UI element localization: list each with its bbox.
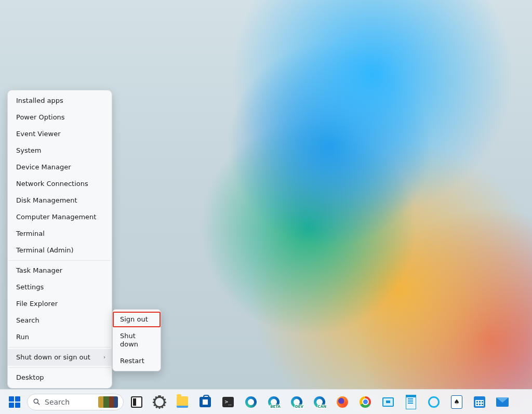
menu-item-terminal[interactable]: Terminal: [8, 225, 112, 242]
menu-item-label: Desktop: [16, 373, 44, 381]
menu-item-label: Event Viewer: [16, 130, 61, 138]
solitaire-icon[interactable]: ♠: [447, 392, 467, 412]
search-placeholder: Search: [45, 398, 70, 406]
menu-item-label: Disk Management: [16, 196, 77, 204]
menu-item-shutdown-signout[interactable]: Shut down or sign out ›: [8, 349, 112, 366]
menu-item-label: Restart: [120, 357, 144, 365]
menu-item-label: Sign out: [120, 315, 148, 323]
menu-separator: [9, 260, 111, 261]
menu-item-label: Settings: [16, 283, 44, 291]
chevron-right-icon: ›: [103, 353, 105, 362]
menu-item-label: Terminal: [16, 230, 45, 237]
submenu-item-restart[interactable]: Restart: [113, 353, 161, 369]
chrome-icon[interactable]: [355, 392, 375, 412]
menu-item-run[interactable]: Run: [8, 329, 112, 345]
calendar-icon[interactable]: [470, 392, 489, 412]
menu-item-label: System: [16, 146, 41, 154]
menu-separator: [9, 347, 111, 348]
file-explorer-icon[interactable]: [172, 392, 192, 412]
menu-item-disk-management[interactable]: Disk Management: [8, 192, 112, 209]
menu-item-label: Device Manager: [16, 163, 71, 171]
menu-item-label: File Explorer: [16, 300, 58, 308]
submenu-item-sign-out[interactable]: Sign out: [113, 312, 161, 327]
menu-item-desktop[interactable]: Desktop: [8, 369, 112, 386]
taskbar-search[interactable]: Search: [27, 394, 124, 410]
task-view-icon[interactable]: [127, 392, 147, 412]
menu-item-label: Terminal (Admin): [16, 246, 74, 254]
menu-item-system[interactable]: System: [8, 142, 112, 159]
menu-item-device-manager[interactable]: Device Manager: [8, 159, 112, 176]
menu-item-label: Shut down or sign out: [16, 353, 90, 361]
search-icon: [33, 398, 41, 406]
firefox-icon[interactable]: [332, 392, 352, 412]
badge-label: BETA: [270, 405, 281, 409]
desktop[interactable]: Installed apps Power Options Event Viewe…: [0, 0, 532, 414]
microsoft-store-icon[interactable]: [195, 392, 215, 412]
svg-line-1: [37, 403, 39, 405]
menu-item-label: Run: [16, 333, 29, 341]
shutdown-submenu: Sign out Shut down Restart: [112, 309, 161, 371]
menu-item-label: Task Manager: [16, 266, 62, 274]
badge-label: DEV: [295, 405, 304, 409]
menu-item-label: Search: [16, 316, 39, 324]
menu-separator: [9, 367, 111, 368]
menu-item-computer-management[interactable]: Computer Management: [8, 209, 112, 225]
edge-canary-icon[interactable]: CAN: [310, 392, 329, 412]
taskbar: Search >_ BETA DEV CAN ♠: [0, 389, 532, 414]
start-context-menu: Installed apps Power Options Event Viewe…: [7, 90, 112, 389]
menu-item-task-manager[interactable]: Task Manager: [8, 262, 112, 279]
menu-item-event-viewer[interactable]: Event Viewer: [8, 126, 112, 142]
windows-logo-icon: [9, 396, 20, 408]
monitor-app-icon[interactable]: [378, 392, 398, 412]
settings-icon[interactable]: [150, 392, 169, 412]
menu-item-label: Shut down: [120, 332, 138, 348]
menu-item-search[interactable]: Search: [8, 312, 112, 329]
cortana-icon[interactable]: [424, 392, 444, 412]
notepad-icon[interactable]: [401, 392, 421, 412]
search-highlight-icon: [98, 396, 118, 408]
menu-item-power-options[interactable]: Power Options: [8, 109, 112, 126]
menu-item-installed-apps[interactable]: Installed apps: [8, 92, 112, 109]
terminal-icon[interactable]: >_: [218, 392, 238, 412]
edge-icon[interactable]: [241, 392, 261, 412]
start-button[interactable]: [5, 393, 24, 411]
menu-item-network-connections[interactable]: Network Connections: [8, 176, 112, 192]
edge-dev-icon[interactable]: DEV: [287, 392, 307, 412]
svg-point-0: [34, 399, 38, 403]
menu-item-label: Network Connections: [16, 180, 88, 188]
submenu-item-shut-down[interactable]: Shut down: [113, 328, 161, 353]
menu-item-label: Installed apps: [16, 97, 63, 104]
menu-item-label: Power Options: [16, 113, 65, 121]
menu-item-terminal-admin[interactable]: Terminal (Admin): [8, 242, 112, 259]
edge-beta-icon[interactable]: BETA: [264, 392, 284, 412]
menu-item-file-explorer[interactable]: File Explorer: [8, 296, 112, 312]
mail-icon[interactable]: [493, 392, 512, 412]
badge-label: CAN: [317, 405, 327, 409]
menu-item-settings[interactable]: Settings: [8, 279, 112, 296]
menu-item-label: Computer Management: [16, 213, 96, 221]
